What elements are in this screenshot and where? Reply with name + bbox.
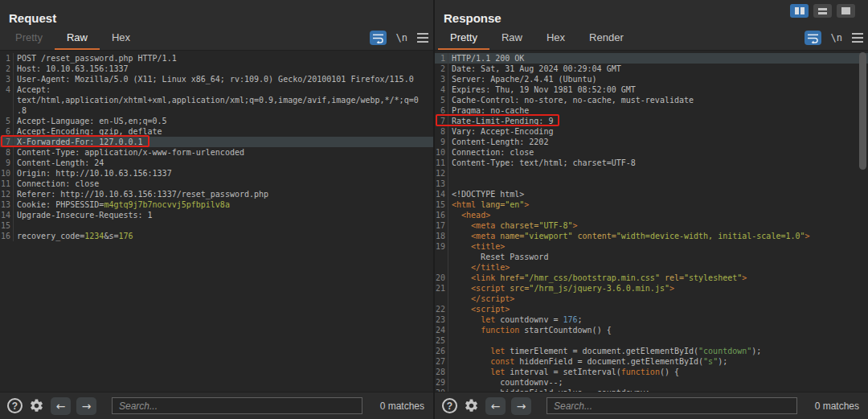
tab-pretty[interactable]: Pretty [438, 29, 489, 50]
code-line[interactable]: 22 <script> [435, 304, 868, 314]
code-line[interactable]: 9Content-Length: 24 [0, 158, 433, 168]
code-line[interactable]: 12 [435, 168, 868, 179]
request-search-input[interactable] [112, 397, 362, 414]
code-line[interactable]: 6Accept-Encoding: gzip, deflate [0, 126, 433, 137]
request-tab-bar: Pretty Raw Hex \n [3, 29, 428, 50]
code-line[interactable]: 12Referer: http://10.10.63.156:1337/rese… [0, 189, 433, 199]
code-line[interactable]: 25 [435, 335, 868, 346]
line-number: 7 [0, 137, 14, 147]
previous-match-button[interactable]: ← [485, 397, 506, 415]
code-line[interactable]: 21 <script src="/hrm_js/jquery-3.6.0.min… [435, 283, 868, 294]
code-line[interactable]: 26 let timerElement = document.getElemen… [435, 346, 868, 356]
code-line[interactable]: 5Accept-Language: en-US,en;q=0.5 [0, 116, 433, 126]
tab-pretty[interactable]: Pretty [3, 29, 55, 50]
word-wrap-toggle[interactable] [370, 31, 387, 45]
response-editor[interactable]: 1HTTP/1.1 200 OK2Date: Sat, 31 Aug 2024 … [435, 51, 868, 392]
code-line[interactable]: 30 hiddenField.value = countdownv; [435, 388, 868, 392]
line-text: <script> [452, 305, 510, 314]
line-text: Content-Length: 24 [17, 158, 104, 167]
layout-single-button[interactable] [837, 4, 855, 18]
code-line[interactable]: 5Cache-Control: no-store, no-cache, must… [435, 95, 868, 105]
code-line[interactable]: 27 const hiddenField = document.getEleme… [435, 356, 868, 367]
code-line[interactable]: 7X-Forwarded-For: 127.0.0.1 [0, 137, 433, 147]
code-segment: "countdown" [698, 347, 751, 355]
code-line[interactable]: 1POST /reset_password.php HTTP/1.1 [0, 53, 433, 64]
code-line[interactable]: 8Vary: Accept-Encoding [435, 126, 868, 137]
code-line[interactable]: 10Connection: close [435, 147, 868, 158]
single-pane-icon [841, 7, 850, 14]
code-line[interactable]: 17 <meta charset="UTF-8"> [435, 220, 868, 231]
code-line[interactable]: </title> [435, 262, 868, 273]
code-segment: User-Agent: Mozilla/5.0 (X11; Linux x86_… [17, 75, 414, 84]
nonprintable-chars-toggle[interactable]: \n [831, 32, 842, 43]
previous-match-button[interactable]: ← [51, 397, 71, 415]
code-line[interactable]: 11Content-Type: text/html; charset=UTF-8 [435, 158, 868, 168]
editor-menu-icon[interactable] [417, 33, 428, 43]
code-segment: Connection: close [17, 179, 99, 188]
code-line[interactable]: 10Origin: http://10.10.63.156:1337 [0, 168, 433, 179]
line-content: <title> [448, 241, 868, 252]
request-editor[interactable]: 1POST /reset_password.php HTTP/1.12Host:… [0, 51, 433, 392]
line-content: Vary: Accept-Encoding [448, 126, 868, 137]
tab-raw[interactable]: Raw [489, 29, 534, 50]
line-number: 10 [435, 147, 448, 158]
code-line[interactable]: 13Cookie: PHPSESSID=m4gtq9j7b7nocvvj5pfb… [0, 199, 433, 210]
line-text: HTTP/1.1 200 OK [452, 54, 524, 63]
tab-hex[interactable]: Hex [534, 29, 577, 50]
word-wrap-toggle[interactable] [805, 31, 821, 45]
code-segment: Expires: Thu, 19 Nov 1981 08:52:00 GMT [452, 85, 636, 94]
code-line[interactable]: 4Accept: [0, 84, 433, 95]
code-line[interactable]: 23 let countdownv = 176; [435, 314, 868, 325]
code-segment: href= [495, 273, 524, 282]
line-text: <meta name="viewport" content="width=dev… [452, 232, 810, 240]
code-segment: hiddenField.value = countdownv; [452, 388, 650, 392]
code-line[interactable]: 11Connection: close [0, 179, 433, 189]
tab-render[interactable]: Render [577, 29, 636, 50]
code-line[interactable]: 15 [0, 220, 433, 231]
code-line[interactable]: 6Pragma: no-cache [435, 105, 868, 116]
code-line[interactable]: Reset Password [435, 252, 868, 262]
code-line[interactable]: 20 <link href="/hmr_css/bootstrap.min.cs… [435, 273, 868, 283]
line-text: Accept-Encoding: gzip, deflate [17, 127, 162, 136]
code-line[interactable]: 24 function startCountdown() { [435, 325, 868, 335]
next-match-button[interactable]: → [511, 397, 531, 415]
code-line[interactable]: 1HTTP/1.1 200 OK [435, 53, 868, 64]
code-line[interactable]: 14Upgrade-Insecure-Requests: 1 [0, 210, 433, 220]
code-line[interactable]: text/html,application/xhtml+xml,applicat… [0, 95, 433, 105]
code-line[interactable]: 2Date: Sat, 31 Aug 2024 00:29:04 GMT [435, 64, 868, 74]
line-content: .8 [14, 105, 433, 116]
code-line[interactable]: 4Expires: Thu, 19 Nov 1981 08:52:00 GMT [435, 84, 868, 95]
code-line[interactable]: 9Content-Length: 2202 [435, 137, 868, 147]
code-line[interactable]: 15<html lang="en"> [435, 199, 868, 210]
nonprintable-chars-toggle[interactable]: \n [396, 32, 407, 43]
code-line[interactable]: 3Server: Apache/2.4.41 (Ubuntu) [435, 74, 868, 84]
response-search-input[interactable] [547, 397, 797, 414]
next-match-button[interactable]: → [76, 397, 96, 415]
code-line[interactable]: 8Content-Type: application/x-www-form-ur… [0, 147, 433, 158]
help-icon[interactable]: ? [7, 398, 23, 413]
code-line[interactable]: 14<!DOCTYPE html> [435, 189, 868, 199]
code-line[interactable]: .8 [0, 105, 433, 116]
layout-columns-button[interactable] [790, 4, 809, 18]
code-line[interactable]: 16 <head> [435, 210, 868, 220]
line-content [448, 179, 868, 189]
code-line[interactable]: 18 <meta name="viewport" content="width=… [435, 231, 868, 241]
code-line[interactable]: </script> [435, 294, 868, 304]
code-line[interactable]: 16recovery_code=1234&s=176 [0, 231, 433, 241]
code-line[interactable]: 13 [435, 179, 868, 189]
code-line[interactable]: 19 <title> [435, 241, 868, 252]
editor-menu-icon[interactable] [852, 33, 863, 43]
tab-raw[interactable]: Raw [55, 29, 100, 50]
code-line[interactable]: 28 let interval = setInterval(function()… [435, 367, 868, 377]
tab-hex[interactable]: Hex [100, 29, 142, 50]
layout-stacked-button[interactable] [813, 4, 832, 18]
help-icon[interactable]: ? [442, 398, 457, 413]
code-line[interactable]: 2Host: 10.10.63.156:1337 [0, 64, 433, 74]
line-number: 9 [0, 158, 14, 168]
code-line[interactable]: 29 countdownv--; [435, 377, 868, 388]
scrollbar-thumb[interactable] [859, 52, 866, 170]
search-settings-gear-icon[interactable] [28, 397, 45, 414]
code-line[interactable]: 7Rate-Limit-Pending: 9 [435, 116, 868, 126]
search-settings-gear-icon[interactable] [463, 397, 480, 414]
code-line[interactable]: 3User-Agent: Mozilla/5.0 (X11; Linux x86… [0, 74, 433, 84]
